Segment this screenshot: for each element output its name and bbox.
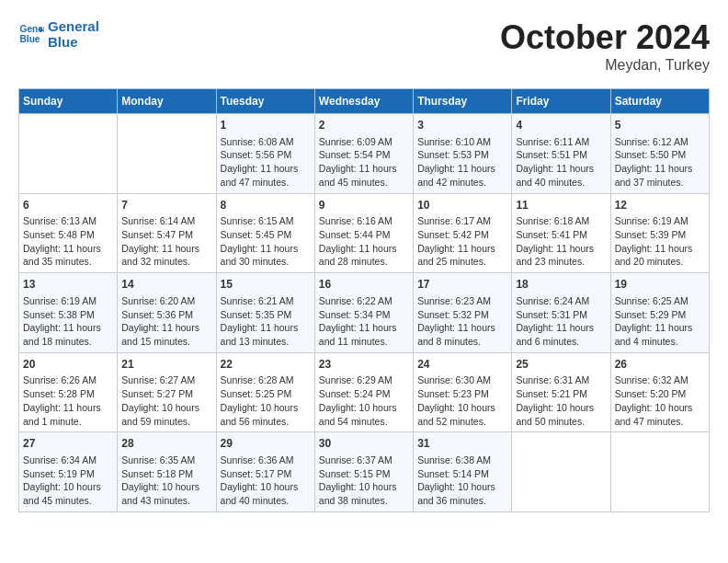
week-row-3: 13Sunrise: 6:19 AMSunset: 5:38 PMDayligh… bbox=[19, 273, 710, 353]
sunrise-text: Sunrise: 6:25 AM bbox=[615, 294, 705, 308]
sunset-text: Sunset: 5:48 PM bbox=[23, 228, 113, 242]
day-number: 17 bbox=[417, 277, 507, 293]
calendar-table: SundayMondayTuesdayWednesdayThursdayFrid… bbox=[18, 88, 710, 512]
col-header-monday: Monday bbox=[118, 89, 216, 114]
col-header-sunday: Sunday bbox=[19, 89, 118, 114]
col-header-saturday: Saturday bbox=[610, 89, 709, 114]
day-cell: 30Sunrise: 6:37 AMSunset: 5:15 PMDayligh… bbox=[314, 432, 413, 512]
daylight-text: Daylight: 10 hours and 52 minutes. bbox=[417, 401, 507, 428]
sunset-text: Sunset: 5:32 PM bbox=[417, 308, 507, 322]
sunset-text: Sunset: 5:15 PM bbox=[319, 467, 409, 481]
daylight-text: Daylight: 11 hours and 23 minutes. bbox=[516, 242, 606, 269]
day-cell: 3Sunrise: 6:10 AMSunset: 5:53 PMDaylight… bbox=[414, 114, 512, 194]
day-cell bbox=[19, 114, 118, 194]
logo-line2: Blue bbox=[48, 34, 99, 50]
daylight-text: Daylight: 11 hours and 15 minutes. bbox=[121, 321, 211, 348]
sunrise-text: Sunrise: 6:23 AM bbox=[417, 294, 507, 308]
daylight-text: Daylight: 11 hours and 40 minutes. bbox=[516, 162, 606, 189]
day-number: 25 bbox=[516, 357, 606, 373]
daylight-text: Daylight: 11 hours and 18 minutes. bbox=[23, 321, 113, 348]
day-cell: 2Sunrise: 6:09 AMSunset: 5:54 PMDaylight… bbox=[314, 114, 413, 194]
logo-line1: General bbox=[48, 18, 99, 34]
sunrise-text: Sunrise: 6:34 AM bbox=[23, 454, 113, 467]
daylight-text: Daylight: 11 hours and 25 minutes. bbox=[417, 242, 507, 269]
daylight-text: Daylight: 10 hours and 36 minutes. bbox=[417, 480, 507, 507]
sunrise-text: Sunrise: 6:13 AM bbox=[23, 214, 113, 228]
daylight-text: Daylight: 11 hours and 11 minutes. bbox=[319, 321, 409, 348]
day-number: 16 bbox=[319, 277, 409, 293]
day-cell: 10Sunrise: 6:17 AMSunset: 5:42 PMDayligh… bbox=[414, 193, 512, 273]
location-subtitle: Meydan, Turkey bbox=[500, 57, 710, 74]
sunrise-text: Sunrise: 6:27 AM bbox=[121, 373, 211, 387]
sunrise-text: Sunrise: 6:29 AM bbox=[319, 373, 409, 387]
day-cell: 13Sunrise: 6:19 AMSunset: 5:38 PMDayligh… bbox=[19, 273, 118, 353]
daylight-text: Daylight: 10 hours and 40 minutes. bbox=[221, 480, 311, 507]
week-row-5: 27Sunrise: 6:34 AMSunset: 5:19 PMDayligh… bbox=[19, 432, 710, 512]
sunset-text: Sunset: 5:35 PM bbox=[221, 308, 311, 322]
sunrise-text: Sunrise: 6:15 AM bbox=[221, 214, 311, 228]
day-cell: 21Sunrise: 6:27 AMSunset: 5:27 PMDayligh… bbox=[118, 352, 216, 432]
col-header-friday: Friday bbox=[512, 89, 610, 114]
daylight-text: Daylight: 11 hours and 32 minutes. bbox=[121, 242, 211, 269]
daylight-text: Daylight: 11 hours and 28 minutes. bbox=[319, 242, 409, 269]
daylight-text: Daylight: 10 hours and 54 minutes. bbox=[319, 401, 409, 428]
sunset-text: Sunset: 5:38 PM bbox=[23, 308, 113, 322]
day-number: 1 bbox=[221, 118, 311, 133]
sunset-text: Sunset: 5:29 PM bbox=[615, 308, 705, 322]
sunset-text: Sunset: 5:45 PM bbox=[221, 228, 311, 242]
day-cell bbox=[118, 114, 216, 194]
sunset-text: Sunset: 5:27 PM bbox=[121, 387, 211, 401]
day-cell bbox=[610, 432, 709, 512]
day-number: 4 bbox=[516, 118, 606, 133]
daylight-text: Daylight: 11 hours and 6 minutes. bbox=[516, 321, 606, 348]
sunrise-text: Sunrise: 6:11 AM bbox=[516, 135, 606, 149]
sunrise-text: Sunrise: 6:37 AM bbox=[319, 454, 409, 467]
sunrise-text: Sunrise: 6:32 AM bbox=[615, 373, 705, 387]
calendar-header-row: SundayMondayTuesdayWednesdayThursdayFrid… bbox=[19, 89, 710, 114]
day-number: 22 bbox=[221, 357, 311, 373]
day-cell bbox=[512, 432, 610, 512]
col-header-thursday: Thursday bbox=[414, 89, 512, 114]
sunset-text: Sunset: 5:41 PM bbox=[516, 228, 606, 242]
day-number: 24 bbox=[417, 357, 507, 373]
day-number: 18 bbox=[516, 277, 606, 293]
daylight-text: Daylight: 10 hours and 56 minutes. bbox=[221, 401, 311, 428]
sunset-text: Sunset: 5:23 PM bbox=[417, 387, 507, 401]
sunset-text: Sunset: 5:20 PM bbox=[615, 387, 705, 401]
sunset-text: Sunset: 5:14 PM bbox=[417, 467, 507, 481]
col-header-wednesday: Wednesday bbox=[314, 89, 413, 114]
sunrise-text: Sunrise: 6:28 AM bbox=[221, 373, 311, 387]
sunrise-text: Sunrise: 6:35 AM bbox=[121, 454, 211, 467]
sunset-text: Sunset: 5:21 PM bbox=[516, 387, 606, 401]
svg-text:Blue: Blue bbox=[20, 35, 40, 45]
day-number: 8 bbox=[221, 198, 311, 213]
daylight-text: Daylight: 11 hours and 35 minutes. bbox=[23, 242, 113, 269]
day-number: 26 bbox=[615, 357, 705, 373]
daylight-text: Daylight: 11 hours and 42 minutes. bbox=[417, 162, 507, 189]
day-cell: 28Sunrise: 6:35 AMSunset: 5:18 PMDayligh… bbox=[118, 432, 216, 512]
daylight-text: Daylight: 10 hours and 59 minutes. bbox=[121, 401, 211, 428]
day-number: 12 bbox=[615, 198, 705, 213]
day-number: 13 bbox=[23, 277, 113, 293]
sunrise-text: Sunrise: 6:30 AM bbox=[417, 373, 507, 387]
sunrise-text: Sunrise: 6:24 AM bbox=[516, 294, 606, 308]
sunset-text: Sunset: 5:42 PM bbox=[417, 228, 507, 242]
day-number: 23 bbox=[319, 357, 409, 373]
day-cell: 29Sunrise: 6:36 AMSunset: 5:17 PMDayligh… bbox=[216, 432, 314, 512]
day-cell: 11Sunrise: 6:18 AMSunset: 5:41 PMDayligh… bbox=[512, 193, 610, 273]
sunrise-text: Sunrise: 6:20 AM bbox=[121, 294, 211, 308]
day-number: 11 bbox=[516, 198, 606, 213]
day-number: 21 bbox=[121, 357, 211, 373]
day-cell: 8Sunrise: 6:15 AMSunset: 5:45 PMDaylight… bbox=[216, 193, 314, 273]
sunrise-text: Sunrise: 6:14 AM bbox=[121, 214, 211, 228]
day-number: 6 bbox=[23, 198, 113, 213]
sunset-text: Sunset: 5:44 PM bbox=[319, 228, 409, 242]
sunrise-text: Sunrise: 6:10 AM bbox=[417, 135, 507, 149]
sunset-text: Sunset: 5:54 PM bbox=[319, 148, 409, 162]
day-cell: 22Sunrise: 6:28 AMSunset: 5:25 PMDayligh… bbox=[216, 352, 314, 432]
sunset-text: Sunset: 5:36 PM bbox=[121, 308, 211, 322]
day-cell: 9Sunrise: 6:16 AMSunset: 5:44 PMDaylight… bbox=[314, 193, 413, 273]
sunrise-text: Sunrise: 6:17 AM bbox=[417, 214, 507, 228]
day-cell: 25Sunrise: 6:31 AMSunset: 5:21 PMDayligh… bbox=[512, 352, 610, 432]
sunrise-text: Sunrise: 6:38 AM bbox=[417, 454, 507, 467]
